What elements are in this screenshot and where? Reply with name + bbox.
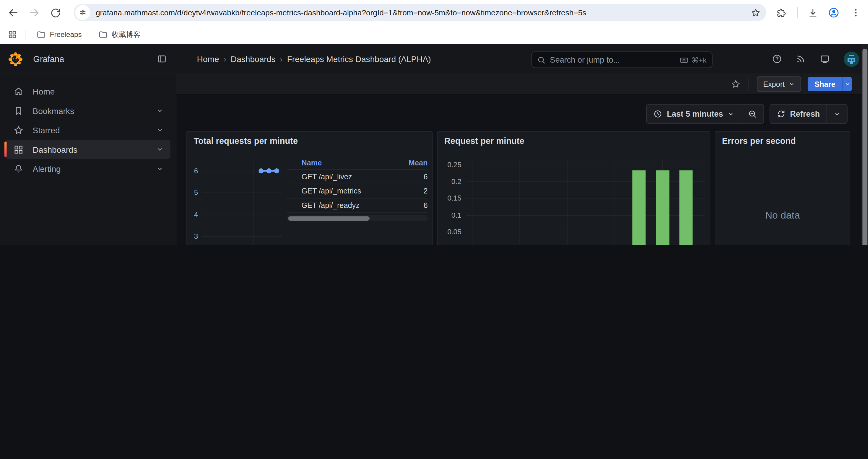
share-menu-button[interactable] [842, 77, 852, 91]
sidebar-item-label: Bookmarks [32, 106, 74, 116]
y-axis: 65432 [187, 162, 200, 245]
y-tick-label: 0.05 [447, 227, 461, 236]
bookmark-folder-label: Freeleaps [50, 30, 82, 39]
brand-name[interactable]: Grafana [33, 54, 64, 64]
plot-area[interactable] [203, 162, 282, 245]
time-range-picker[interactable]: Last 5 minutes [647, 104, 741, 124]
browser-menu-icon[interactable] [849, 6, 862, 20]
url-text[interactable]: grafana.mathmast.com/d/deytv4rwavabkb/fr… [96, 8, 751, 17]
bell-icon [13, 163, 24, 174]
back-icon[interactable] [6, 6, 20, 20]
share-button[interactable]: Share [808, 77, 842, 91]
extensions-icon[interactable] [774, 6, 787, 20]
chevron-down-icon [834, 111, 840, 117]
refresh-interval-button[interactable] [827, 104, 847, 124]
y-axis: 0.250.20.150.10.050 [438, 159, 464, 245]
site-settings-icon[interactable] [75, 5, 90, 20]
bookmark-star-icon[interactable] [751, 7, 761, 18]
breadcrumb: Home › Dashboards › Freeleaps Metrics Da… [197, 54, 431, 64]
forward-icon[interactable] [28, 6, 41, 20]
address-bar[interactable]: grafana.mathmast.com/d/deytv4rwavabkb/fr… [73, 4, 766, 21]
legend-table[interactable]: NameMeanGET /api/_livez6GET /api/_metric… [287, 157, 428, 221]
zoom-out-button[interactable] [741, 104, 764, 124]
data-point [274, 168, 279, 173]
y-tick-label: 4 [194, 210, 198, 219]
chevron-down-icon [727, 111, 734, 117]
breadcrumb-dashboards[interactable]: Dashboards [231, 54, 275, 64]
bookmarks-divider [25, 30, 25, 40]
news-rss-icon[interactable] [796, 54, 806, 64]
series-value: 6 [399, 201, 428, 210]
breadcrumb-home[interactable]: Home [197, 54, 219, 64]
y-tick-label: 3 [194, 232, 198, 240]
reload-icon[interactable] [49, 6, 62, 20]
page-header: Home › Dashboards › Freeleaps Metrics Da… [176, 44, 868, 74]
chevron-down-icon[interactable] [156, 107, 164, 114]
y-tick-label: 0 [457, 244, 462, 245]
data-point [267, 168, 272, 173]
gridline [519, 159, 520, 245]
help-icon[interactable] [772, 54, 782, 64]
chevron-down-icon [788, 80, 795, 87]
breadcrumb-separator: › [280, 54, 282, 64]
favorite-star-icon[interactable] [731, 79, 741, 89]
chevron-down-icon[interactable] [156, 126, 164, 134]
downloads-icon[interactable] [806, 6, 819, 20]
bar [632, 170, 646, 245]
legend-row[interactable]: GET /api/_livez6 [287, 170, 428, 184]
panel-title[interactable]: Total requests per minute [193, 136, 298, 146]
panel-total-requests: Total requests per minute 65432 17:40 Na… [186, 131, 433, 245]
browser-toolbar: grafana.mathmast.com/d/deytv4rwavabkb/fr… [0, 0, 868, 25]
sidebar-item-dashboards[interactable]: Dashboards [6, 140, 170, 159]
sidebar-item-label: Home [32, 87, 55, 96]
legend-row[interactable]: GET /api/_metrics2 [287, 184, 428, 199]
search-placeholder: Search or jump to... [550, 55, 679, 64]
legend-header-cell[interactable]: Name [302, 159, 399, 167]
bookmark-folder-blogs[interactable]: 收藏博客 [94, 28, 145, 42]
legend-scrollbar-thumb[interactable] [288, 216, 370, 220]
bookmark-icon [13, 105, 24, 116]
sidebar-item-alerting[interactable]: Alerting [6, 159, 170, 178]
user-avatar[interactable] [844, 51, 859, 66]
sidebar: Grafana Home Bookmarks Starred [0, 44, 176, 245]
gridline [567, 159, 567, 245]
time-range-group: Last 5 minutes [646, 104, 764, 124]
breadcrumb-current: Freeleaps Metrics Dashboard (ALPHA) [287, 54, 431, 64]
legend-row[interactable]: GET /api/_readyz6 [287, 198, 428, 213]
profile-icon[interactable] [827, 6, 840, 20]
toolbar-divider [797, 7, 798, 18]
time-range-label: Last 5 minutes [667, 109, 723, 119]
grafana-logo[interactable] [8, 51, 23, 66]
scrollbar-thumb[interactable] [862, 49, 867, 245]
sidebar-item-home[interactable]: Home [6, 82, 170, 101]
sidebar-toggle-icon[interactable] [157, 54, 167, 64]
refresh-group: Refresh [770, 104, 848, 124]
chevron-down-icon[interactable] [156, 145, 164, 153]
bar [679, 170, 692, 245]
page-scrollbar[interactable] [862, 44, 868, 245]
series-name: GET /api/_livez [302, 172, 399, 181]
panel-errors-per-second: Errors per second No data [715, 131, 850, 245]
keyboard-icon [679, 55, 689, 64]
apps-grid-icon[interactable] [8, 30, 17, 39]
search-input[interactable]: Search or jump to... ⌘+k [531, 52, 713, 68]
sidebar-item-bookmarks[interactable]: Bookmarks [6, 101, 170, 120]
monitor-icon[interactable] [819, 54, 830, 64]
chevron-down-icon[interactable] [156, 165, 164, 172]
panel-title[interactable]: Errors per second [722, 136, 796, 146]
bookmark-folder-freeleaps[interactable]: Freeleaps [32, 28, 86, 42]
plot-area[interactable] [466, 159, 705, 245]
legend-header-cell[interactable]: Mean [399, 159, 428, 167]
panel-title[interactable]: Request per minute [444, 136, 524, 146]
sidebar-item-label: Dashboards [32, 145, 77, 154]
legend-scrollbar[interactable] [287, 215, 428, 221]
chevron-down-icon [844, 80, 850, 87]
export-button[interactable]: Export [757, 76, 801, 92]
screen: grafana.mathmast.com/d/deytv4rwavabkb/fr… [0, 0, 868, 245]
series-value: 2 [399, 187, 428, 195]
sidebar-item-label: Starred [32, 125, 60, 135]
refresh-button[interactable]: Refresh [770, 104, 827, 124]
gridline [615, 159, 615, 245]
sidebar-header: Grafana [0, 44, 176, 74]
sidebar-item-starred[interactable]: Starred [6, 121, 170, 139]
